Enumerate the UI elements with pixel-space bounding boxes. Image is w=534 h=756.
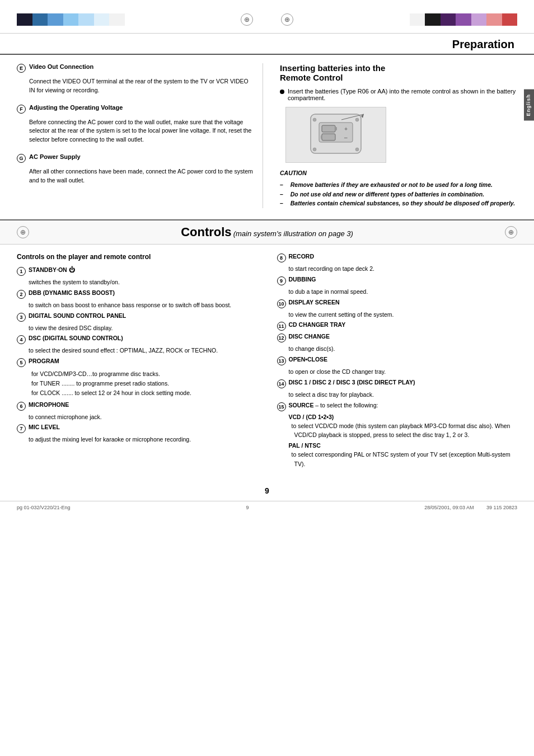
number-9: 9 <box>277 276 286 285</box>
item-14-desc: to select a disc tray for playback. <box>289 391 518 400</box>
bar-seg-5 <box>78 13 94 26</box>
program-sub-1: for VCD/CD/MP3-CD…to programme disc trac… <box>29 369 257 379</box>
section-e-title: Video Out Connection <box>29 63 93 70</box>
number-3: 3 <box>17 313 26 322</box>
number-10: 10 <box>277 299 286 308</box>
caution-item-3: – Batteries contain chemical substances,… <box>280 199 517 208</box>
control-item-3: 3 DIGITAL SOUND CONTROL PANEL to view th… <box>17 312 257 333</box>
number-14: 14 <box>277 379 286 388</box>
item-8-desc: to start recording on tape deck 2. <box>289 265 518 274</box>
control-item-2-header: 2 DBB (DYNAMIC BASS BOOST) <box>17 289 257 299</box>
svg-rect-2 <box>322 125 335 132</box>
control-item-1: 1 STANDBY·ON ⏻ switches the system to st… <box>17 266 257 287</box>
section-e-header: E Video Out Connection <box>17 63 254 73</box>
section-g-body: After all other connections have been ma… <box>29 167 254 185</box>
number-4: 4 <box>17 335 26 344</box>
control-item-13-header: 13 OPEN•CLOSE <box>277 356 518 365</box>
svg-point-9 <box>355 118 359 121</box>
item-15-pal-heading: PAL / NTSC <box>289 442 518 449</box>
item-6-desc: to connect microphone jack. <box>29 413 257 422</box>
battery-bullet-text: Insert the batteries (Type R06 or AA) in… <box>288 88 517 101</box>
item-3-label: DIGITAL SOUND CONTROL PANEL <box>29 312 126 319</box>
item-10-label: DISPLAY SCREEN <box>289 299 340 306</box>
item-2-label: DBB (DYNAMIC BASS BOOST) <box>29 289 115 296</box>
number-8: 8 <box>277 253 286 262</box>
item-1-desc: switches the system to standby/on. <box>29 278 257 287</box>
item-4-desc: to select the desired sound effect : OPT… <box>29 346 257 355</box>
caution-item-1: – Remove batteries if they are exhausted… <box>280 180 517 190</box>
section-g-title: AC Power Supply <box>29 153 81 160</box>
bar-seg-3 <box>48 13 63 26</box>
number-15: 15 <box>277 402 286 411</box>
section-f: F Adjusting the Operating Voltage Before… <box>17 104 254 144</box>
item-15-vcd-desc: to select VCD/CD mode (this system can p… <box>289 421 518 440</box>
section-f-header: F Adjusting the Operating Voltage <box>17 104 254 114</box>
battery-section-heading: Inserting batteries into the Remote Cont… <box>280 63 517 82</box>
rbar-seg-2 <box>410 13 425 26</box>
control-item-12: 12 DISC CHANGE to change disc(s). <box>277 333 518 354</box>
control-item-8-header: 8 RECORD <box>277 253 518 262</box>
number-1: 1 <box>17 267 26 276</box>
item-15-label: SOURCE – to select the following: <box>289 402 378 408</box>
control-item-10-header: 10 DISPLAY SCREEN <box>277 299 518 308</box>
bar-seg-8 <box>125 13 140 26</box>
control-item-6: 6 MICROPHONE to connect microphone jack. <box>17 401 257 422</box>
bar-seg-2 <box>32 13 48 26</box>
bullet-dot <box>280 90 284 94</box>
right-color-bar <box>394 13 517 26</box>
upper-content: E Video Out Connection Connect the VIDEO… <box>0 55 534 217</box>
circle-letter-g: G <box>17 154 26 163</box>
item-13-desc: to open or close the CD changer tray. <box>289 368 518 377</box>
svg-point-8 <box>313 118 316 121</box>
footer: pg 01-032/V220/21-Eng 9 28/05/2001, 09:0… <box>0 501 534 514</box>
rbar-seg-8 <box>502 13 518 26</box>
item-5-label: PROGRAM <box>29 358 59 364</box>
battery-svg: + – <box>291 111 381 159</box>
item-14-label: DISC 1 / DISC 2 / DISC 3 (DISC DIRECT PL… <box>289 379 415 386</box>
svg-text:–: – <box>344 134 348 140</box>
item-8-label: RECORD <box>289 253 315 260</box>
rbar-seg-7 <box>486 13 502 26</box>
top-center-deco: ⊕ ⊕ <box>140 13 394 26</box>
control-item-3-header: 3 DIGITAL SOUND CONTROL PANEL <box>17 312 257 322</box>
circle-letter-f: F <box>17 105 26 114</box>
item-12-label: DISC CHANGE <box>289 333 330 340</box>
compass-right: ⊕ <box>281 13 293 26</box>
control-item-9-header: 9 DUBBING <box>277 276 518 285</box>
item-15-vcd-heading: VCD / (CD 1•2•3) <box>289 414 518 420</box>
page-title: Preparation <box>0 34 534 55</box>
rbar-seg-1 <box>394 13 410 26</box>
control-item-7-header: 7 MIC LEVEL <box>17 424 257 433</box>
item-15-sub-items: VCD / (CD 1•2•3) to select VCD/CD mode (… <box>289 414 518 469</box>
number-13: 13 <box>277 356 286 365</box>
controls-content: Controls on the player and remote contro… <box>0 245 534 481</box>
item-9-label: DUBBING <box>289 276 316 283</box>
svg-rect-5 <box>321 135 322 139</box>
control-item-15: 15 SOURCE – to select the following: VCD… <box>277 402 518 469</box>
top-decoration: ⊕ ⊕ <box>0 0 534 34</box>
footer-left: pg 01-032/V220/21-Eng <box>17 505 71 510</box>
right-column: Inserting batteries into the Remote Cont… <box>274 63 517 208</box>
number-12: 12 <box>277 334 286 342</box>
control-item-15-header: 15 SOURCE – to select the following: <box>277 402 518 411</box>
number-5: 5 <box>17 358 26 367</box>
item-7-label: MIC LEVEL <box>29 424 60 430</box>
page-number: 9 <box>0 481 534 501</box>
control-item-14: 14 DISC 1 / DISC 2 / DISC 3 (DISC DIRECT… <box>277 379 518 400</box>
rbar-seg-6 <box>471 13 487 26</box>
bar-seg-6 <box>94 13 110 26</box>
battery-image: + – <box>285 107 386 163</box>
controls-section-title: Controls on the player and remote contro… <box>17 253 257 261</box>
control-item-11-header: 11 CD CHANGER TRAY <box>277 321 518 331</box>
controls-compass-right: ⊕ <box>505 226 517 238</box>
number-2: 2 <box>17 290 26 299</box>
item-1-label: STANDBY·ON ⏻ <box>29 266 75 273</box>
control-item-4-header: 4 DSC (DIGITAL SOUND CONTROL) <box>17 335 257 344</box>
controls-compass-left: ⊕ <box>17 226 29 238</box>
program-sub-2: for TUNER ........ to programme preset r… <box>29 379 257 388</box>
caution-title: CAUTION <box>280 168 517 178</box>
control-item-12-header: 12 DISC CHANGE <box>277 333 518 342</box>
rbar-seg-5 <box>456 13 471 26</box>
section-e: E Video Out Connection Connect the VIDEO… <box>17 63 254 95</box>
section-e-body: Connect the VIDEO OUT terminal at the re… <box>29 77 254 95</box>
